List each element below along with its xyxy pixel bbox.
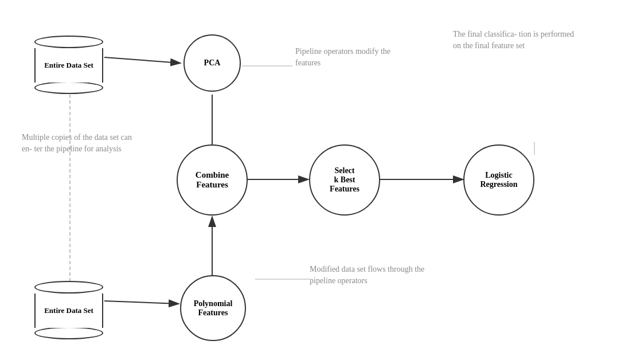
select-kbest-node: Selectk BestFeatures (309, 144, 380, 216)
annotation-modified-data: Modified data set flows through the pipe… (310, 264, 436, 286)
dataset-top-label: Entire Data Set (44, 61, 93, 70)
cylinder-body-2: Entire Data Set (34, 293, 103, 328)
select-label: Selectk BestFeatures (330, 166, 360, 194)
combine-features-node: CombineFeatures (177, 144, 248, 216)
annotation-final-class: The final classifica- tion is performed … (453, 29, 579, 51)
diagram: Entire Data Set Entire Data Set PCA Comb… (0, 0, 625, 364)
svg-line-2 (104, 57, 181, 63)
dataset-bottom-cylinder: Entire Data Set (34, 281, 103, 339)
cylinder-body-1: Entire Data Set (34, 48, 103, 83)
cylinder-top-2 (34, 281, 103, 293)
logistic-regression-node: LogisticRegression (463, 144, 534, 216)
cylinder-bottom-2 (34, 327, 103, 339)
pca-node: PCA (183, 34, 241, 92)
annotation-pipeline-ops: Pipeline operators modify the features (295, 46, 410, 68)
polynomial-features-node: PolynomialFeatures (180, 275, 246, 341)
pca-label: PCA (204, 58, 221, 68)
svg-line-6 (104, 301, 179, 304)
dataset-top-cylinder: Entire Data Set (34, 36, 103, 94)
cylinder-bottom-1 (34, 81, 103, 94)
polynomial-label: PolynomialFeatures (194, 299, 233, 318)
logistic-label: LogisticRegression (480, 171, 517, 189)
cylinder-top-1 (34, 36, 103, 48)
annotation-multiple-copies: Multiple copies of the data set can en- … (22, 132, 136, 154)
dataset-bottom-label: Entire Data Set (44, 306, 93, 315)
combine-label: CombineFeatures (196, 170, 229, 190)
